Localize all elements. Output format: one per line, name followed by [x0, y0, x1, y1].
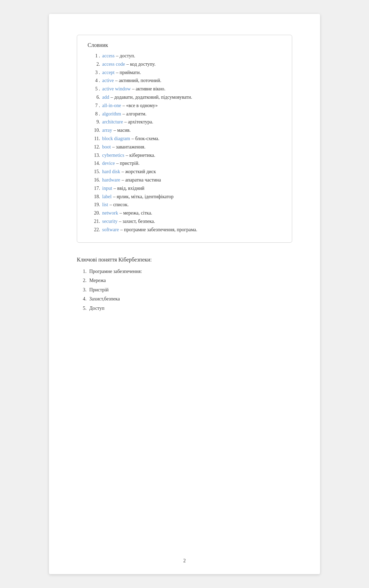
dict-entry: 17.input – ввід, вхідний — [88, 184, 281, 193]
concepts-list: 1.Програмне забезпечення:2.Мережа3.Прист… — [77, 267, 292, 313]
dict-entry-term: algorithm — [102, 110, 121, 118]
dict-entry-number: 12. — [88, 143, 100, 151]
dict-entry: 20.network – мережа, сітка. — [88, 209, 281, 217]
dict-entry-definition: – ввід, вхідний — [114, 184, 145, 193]
dict-entry-definition: – «все в одному» — [122, 102, 157, 110]
dict-entry: 4 .active – активний, поточний. — [88, 76, 281, 85]
dictionary-title: Словник — [88, 42, 281, 48]
dict-entry-number: 11. — [88, 135, 100, 143]
dict-entry-definition: – захист, безпека. — [119, 217, 155, 226]
dict-entry-definition: – апаратна частина — [122, 176, 161, 184]
dict-entry-term: device — [102, 159, 115, 168]
dict-entry-term: access code — [102, 60, 125, 69]
dict-entry-term: security — [102, 217, 117, 226]
dict-entry-term: hardware — [102, 176, 120, 184]
page-number: 2 — [183, 558, 186, 564]
dict-entry-definition: – список. — [109, 201, 129, 209]
dict-entry: 16.hardware – апаратна частина — [88, 176, 281, 184]
dict-entry-number: 14. — [88, 159, 100, 168]
dict-entry-term: input — [102, 184, 112, 193]
dict-entry-definition: – активне вікно. — [132, 85, 165, 93]
dict-entry-term: array — [102, 126, 112, 135]
concept-item-text: Захист,безпека — [89, 295, 120, 304]
concepts-section: Ключові поняття Кібербезпеки: 1.Програмн… — [77, 257, 292, 313]
concept-item: 3.Пристрій — [77, 285, 292, 295]
dict-entry: 2.access code – код доступу. — [88, 60, 281, 69]
dict-entry-definition: – доступ. — [116, 52, 135, 60]
dict-entry-definition: – додавати, додатковий, підсумовувати. — [110, 93, 192, 102]
dict-entry-term: hard disk — [102, 168, 120, 176]
dict-entry-number: 2. — [88, 60, 100, 69]
dict-entry-term: access — [102, 52, 115, 60]
dict-entry-definition: – ярлик, мітка, ідентифікатор — [113, 193, 173, 201]
dict-entry: 10.array – масив. — [88, 126, 281, 135]
dict-entry-number: 9. — [88, 118, 100, 126]
concept-item-number: 1. — [77, 267, 87, 276]
dict-entry-number: 20. — [88, 209, 100, 217]
dict-entry-definition: – блок-схема. — [131, 135, 159, 143]
dict-entry-term: software — [102, 226, 119, 234]
dictionary-section: Словник 1 .access – доступ.2.access code… — [77, 35, 292, 243]
concept-item: 4.Захист,безпека — [77, 295, 292, 304]
dict-entry-term: block diagram — [102, 135, 130, 143]
dict-entry-term: boot — [102, 143, 111, 151]
dict-entry-number: 18. — [88, 193, 100, 201]
dict-entry-term: active window — [102, 85, 131, 93]
dict-entry-number: 3 . — [88, 69, 100, 77]
dict-entry-number: 19. — [88, 201, 100, 209]
dict-entry: 3 .accept – приймати. — [88, 69, 281, 77]
dict-entry-term: add — [102, 93, 109, 102]
dict-entry-number: 4 . — [88, 76, 100, 85]
concept-item-number: 4. — [77, 295, 87, 304]
dict-entry-definition: – код доступу. — [126, 60, 156, 69]
dict-entry-number: 8 . — [88, 110, 100, 118]
dict-entry-number: 16. — [88, 176, 100, 184]
dict-entry-term: accept — [102, 69, 115, 77]
dict-entry: 12.boot – завантаження. — [88, 143, 281, 151]
dict-entry: 14.device – пристрій. — [88, 159, 281, 168]
dict-entry-definition: – активний, поточний. — [115, 76, 161, 85]
page: Словник 1 .access – доступ.2.access code… — [49, 14, 320, 574]
dict-entry-definition: – приймати. — [116, 69, 141, 77]
dict-entry-number: 13. — [88, 151, 100, 160]
concept-item: 2.Мережа — [77, 276, 292, 285]
dict-entry-term: all-in-one — [102, 102, 121, 110]
dict-entry: 15.hard disk – жорсткий диск — [88, 168, 281, 176]
dict-entry-term: active — [102, 76, 114, 85]
dict-entry: 22.software – програмне забезпечення, пр… — [88, 226, 281, 234]
dict-entry-term: architcture — [102, 118, 123, 126]
dict-entry: 8 .algorithm – алгоритм. — [88, 110, 281, 118]
dictionary-list: 1 .access – доступ.2.access code – код д… — [88, 52, 281, 234]
dict-entry-term: list — [102, 201, 108, 209]
dict-entry-definition: – кібернетика. — [126, 151, 155, 160]
dict-entry-number: 7 . — [88, 102, 100, 110]
dict-entry: 6.add – додавати, додатковий, підсумовув… — [88, 93, 281, 102]
dict-entry: 7 .all-in-one – «все в одному» — [88, 102, 281, 110]
dict-entry: 1 .access – доступ. — [88, 52, 281, 60]
dict-entry: 19.list – список. — [88, 201, 281, 209]
concept-item-text: Пристрій — [89, 285, 109, 295]
concepts-title: Ключові поняття Кібербезпеки: — [77, 257, 292, 263]
concept-item-text: Мережа — [89, 276, 106, 285]
dict-entry-number: 5 . — [88, 85, 100, 93]
dict-entry: 13.cybernetics – кібернетика. — [88, 151, 281, 160]
concept-item: 1.Програмне забезпечення: — [77, 267, 292, 276]
dict-entry: 21.security – захист, безпека. — [88, 217, 281, 226]
dict-entry: 11.block diagram – блок-схема. — [88, 135, 281, 143]
concept-item-text: Доступ — [89, 304, 105, 313]
dict-entry-definition: – завантаження. — [112, 143, 146, 151]
concept-item-text: Програмне забезпечення: — [89, 267, 142, 276]
dict-entry-number: 6. — [88, 93, 100, 102]
concept-item-number: 2. — [77, 276, 87, 285]
dict-entry-term: cybernetics — [102, 151, 124, 160]
dict-entry-number: 1 . — [88, 52, 100, 60]
dict-entry-definition: – архітектура. — [124, 118, 153, 126]
dict-entry-number: 17. — [88, 184, 100, 193]
dict-entry-number: 10. — [88, 126, 100, 135]
dict-entry: 5 .active window – активне вікно. — [88, 85, 281, 93]
concept-item-number: 5. — [77, 304, 87, 313]
dict-entry-number: 22. — [88, 226, 100, 234]
dict-entry-definition: – програмне забезпечення, програма. — [120, 226, 197, 234]
dict-entry-term: label — [102, 193, 112, 201]
dict-entry-definition: – пристрій. — [116, 159, 140, 168]
